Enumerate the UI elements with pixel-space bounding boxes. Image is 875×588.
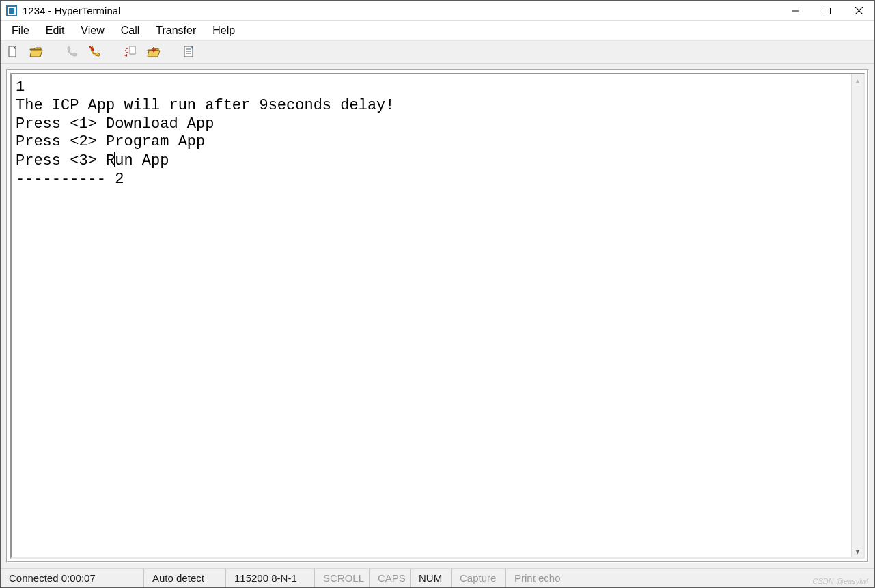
menu-view[interactable]: View bbox=[72, 23, 112, 38]
status-caps-lock: CAPS bbox=[370, 569, 411, 587]
vertical-scrollbar[interactable]: ▲ ▼ bbox=[851, 74, 863, 557]
menu-edit[interactable]: Edit bbox=[38, 23, 73, 38]
scroll-down-arrow[interactable]: ▼ bbox=[852, 545, 863, 557]
status-capture: Capture bbox=[452, 569, 506, 587]
status-autodetect: Auto detect bbox=[144, 569, 226, 587]
minimize-button[interactable] bbox=[780, 1, 811, 21]
receive-button[interactable] bbox=[145, 44, 162, 60]
menubar: File Edit View Call Transfer Help bbox=[1, 21, 874, 40]
status-connected: Connected 0:00:07 bbox=[1, 569, 144, 587]
svg-rect-1 bbox=[9, 8, 14, 14]
open-button[interactable] bbox=[28, 44, 44, 60]
status-num-lock: NUM bbox=[411, 569, 452, 587]
maximize-button[interactable] bbox=[811, 1, 843, 21]
connect-button[interactable] bbox=[64, 44, 80, 60]
titlebar: 1234 - HyperTerminal bbox=[1, 1, 874, 21]
new-button[interactable] bbox=[5, 44, 21, 60]
new-file-icon bbox=[7, 46, 19, 58]
send-button[interactable] bbox=[122, 44, 139, 60]
svg-rect-8 bbox=[130, 46, 135, 54]
menu-transfer[interactable]: Transfer bbox=[148, 23, 204, 38]
terminal-output[interactable]: 1 The ICP App will run after 9seconds de… bbox=[12, 74, 851, 557]
phone-hangup-icon bbox=[88, 45, 102, 59]
svg-rect-3 bbox=[824, 8, 831, 14]
menu-call[interactable]: Call bbox=[113, 23, 148, 38]
properties-button[interactable] bbox=[181, 44, 197, 60]
send-file-icon bbox=[124, 46, 137, 58]
svg-point-11 bbox=[126, 52, 128, 53]
watermark: CSDN @easylwl bbox=[813, 577, 868, 585]
status-port-settings: 115200 8-N-1 bbox=[226, 569, 315, 587]
toolbar bbox=[1, 40, 874, 64]
close-button[interactable] bbox=[843, 1, 874, 21]
statusbar: Connected 0:00:07 Auto detect 115200 8-N… bbox=[1, 568, 874, 587]
menu-file[interactable]: File bbox=[3, 23, 38, 38]
properties-icon bbox=[183, 46, 195, 58]
window-title: 1234 - HyperTerminal bbox=[23, 5, 780, 16]
menu-help[interactable]: Help bbox=[204, 23, 243, 38]
app-icon bbox=[6, 5, 17, 16]
status-scroll-lock: SCROLL bbox=[315, 569, 370, 587]
scroll-up-arrow[interactable]: ▲ bbox=[852, 74, 863, 87]
terminal-frame: 1 The ICP App will run after 9seconds de… bbox=[6, 69, 869, 563]
receive-file-icon bbox=[147, 46, 161, 58]
folder-open-icon bbox=[29, 46, 43, 58]
window-controls bbox=[780, 1, 874, 21]
workspace: 1 The ICP App will run after 9seconds de… bbox=[1, 64, 874, 568]
disconnect-button[interactable] bbox=[87, 44, 103, 60]
svg-point-10 bbox=[125, 50, 126, 51]
phone-icon bbox=[65, 46, 79, 58]
svg-point-9 bbox=[126, 48, 128, 49]
status-print-echo: Print echo bbox=[506, 569, 569, 587]
